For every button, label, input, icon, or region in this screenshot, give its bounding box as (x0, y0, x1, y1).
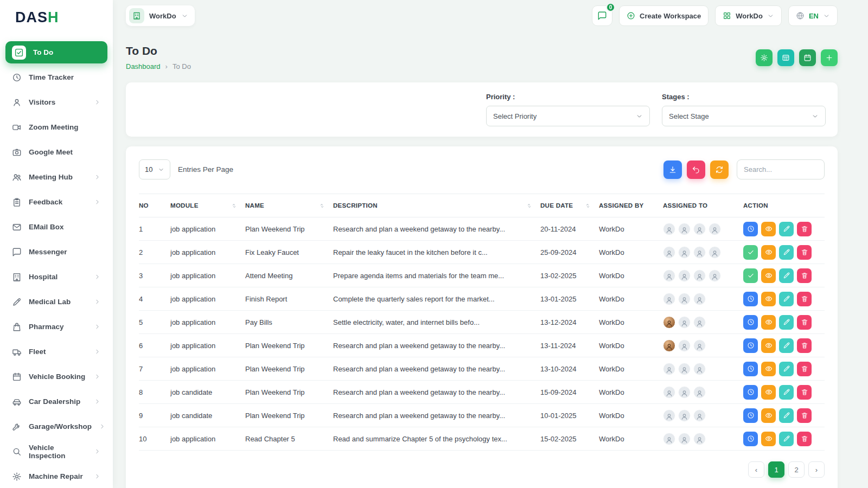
sidebar-item-medical-lab[interactable]: Medical Lab (5, 291, 107, 313)
edit-button[interactable] (779, 432, 794, 446)
row-actions (743, 292, 825, 306)
view-button[interactable] (761, 245, 776, 260)
delete-button[interactable] (797, 245, 812, 260)
edit-button[interactable] (779, 268, 794, 283)
timer-button[interactable] (743, 362, 758, 376)
view-button[interactable] (761, 338, 776, 353)
settings-button[interactable] (756, 49, 773, 66)
pagination-prev-button[interactable]: ‹ (748, 461, 764, 478)
sidebar-item-pharmacy[interactable]: Pharmacy (5, 316, 107, 338)
reset-button[interactable] (687, 160, 705, 179)
complete-button[interactable] (743, 268, 758, 283)
sidebar-item-zoom-meeting[interactable]: Zoom Meeting (5, 116, 107, 138)
calendar-view-button[interactable] (799, 49, 816, 66)
view-button[interactable] (761, 292, 776, 306)
grid-view-button[interactable] (777, 49, 794, 66)
delete-button[interactable] (797, 362, 812, 376)
sidebar-item-machine-repair[interactable]: Machine Repair (5, 465, 107, 487)
column-header-module[interactable]: MODULE (170, 202, 245, 209)
delete-button[interactable] (797, 222, 812, 236)
wrench-icon (12, 422, 22, 432)
timer-button[interactable] (743, 292, 758, 306)
timer-button[interactable] (743, 408, 758, 423)
chevron-right-icon (94, 298, 101, 305)
view-button[interactable] (761, 432, 776, 446)
sidebar-item-vehicle-inspection[interactable]: Vehicle Inspection (5, 440, 107, 463)
add-todo-button[interactable] (821, 49, 838, 66)
sidebar-item-garage-workshop[interactable]: Garage/Workshop (5, 415, 107, 438)
view-button[interactable] (761, 408, 776, 423)
edit-button[interactable] (779, 408, 794, 423)
sort-icon[interactable] (526, 202, 533, 209)
workspace-switcher[interactable]: WorkDo (126, 5, 195, 26)
sort-icon[interactable] (318, 202, 326, 209)
refresh-button[interactable] (710, 160, 729, 179)
view-button[interactable] (761, 362, 776, 376)
sidebar-item-label: Meeting Hub (29, 173, 73, 181)
clock-icon (747, 295, 755, 303)
view-button[interactable] (761, 385, 776, 400)
row-actions (743, 385, 825, 400)
sidebar-item-meeting-hub[interactable]: Meeting Hub (5, 166, 107, 188)
app-logo[interactable]: DASH (0, 0, 113, 35)
messages-button[interactable]: 0 (592, 5, 612, 26)
chevron-right-icon (94, 273, 101, 280)
edit-button[interactable] (779, 385, 794, 400)
search-input[interactable] (737, 159, 825, 179)
edit-button[interactable] (779, 245, 794, 260)
trash-icon (801, 435, 808, 442)
delete-button[interactable] (797, 338, 812, 353)
avatar (663, 246, 675, 259)
sidebar-item-car-dealership[interactable]: Car Dealership (5, 390, 107, 413)
delete-button[interactable] (797, 315, 812, 330)
delete-button[interactable] (797, 292, 812, 306)
column-header-name[interactable]: NAME (245, 202, 333, 209)
row-actions (743, 268, 825, 283)
breadcrumb-current: To Do (173, 62, 191, 70)
view-button[interactable] (761, 222, 776, 236)
timer-button[interactable] (743, 338, 758, 353)
entries-per-page-select[interactable]: 10 (139, 159, 170, 179)
breadcrumb-dashboard-link[interactable]: Dashboard (126, 62, 161, 70)
language-dropdown[interactable]: EN (788, 5, 838, 26)
pagination-next-button[interactable]: › (808, 461, 825, 478)
edit-button[interactable] (779, 362, 794, 376)
column-header-due-date[interactable]: DUE DATE (540, 202, 599, 209)
timer-button[interactable] (743, 432, 758, 446)
sidebar-item-google-meet[interactable]: Google Meet (5, 141, 107, 163)
chevron-down-icon (767, 12, 774, 20)
sort-icon[interactable] (584, 202, 591, 209)
pagination-page-button[interactable]: 1 (768, 461, 784, 478)
sidebar-item-feedback[interactable]: Feedback (5, 191, 107, 213)
sidebar-item-vehicle-booking[interactable]: Vehicle Booking (5, 365, 107, 388)
delete-button[interactable] (797, 385, 812, 400)
sidebar-item-to-do[interactable]: To Do (5, 41, 107, 63)
view-button[interactable] (761, 268, 776, 283)
export-button[interactable] (663, 160, 682, 179)
workspace-dropdown[interactable]: WorkDo (715, 5, 782, 26)
sidebar-item-time-tracker[interactable]: Time Tracker (5, 66, 107, 88)
pagination-page-button[interactable]: 2 (788, 461, 805, 478)
complete-button[interactable] (743, 245, 758, 260)
timer-button[interactable] (743, 385, 758, 400)
sidebar-item-email-box[interactable]: EMail Box (5, 216, 107, 238)
sidebar-item-hospital[interactable]: Hospital (5, 266, 107, 288)
edit-button[interactable] (779, 315, 794, 330)
view-button[interactable] (761, 315, 776, 330)
sidebar-item-fleet[interactable]: Fleet (5, 341, 107, 363)
edit-button[interactable] (779, 338, 794, 353)
delete-button[interactable] (797, 268, 812, 283)
column-header-description[interactable]: DESCRIPTION (333, 202, 540, 209)
sidebar-item-visitors[interactable]: Visitors (5, 91, 107, 113)
delete-button[interactable] (797, 432, 812, 446)
timer-button[interactable] (743, 315, 758, 330)
stage-select[interactable]: Select Stage (662, 106, 826, 126)
edit-button[interactable] (779, 292, 794, 306)
priority-select[interactable]: Select Priority (486, 106, 650, 126)
edit-button[interactable] (779, 222, 794, 236)
sort-icon[interactable] (231, 202, 238, 209)
sidebar-item-messenger[interactable]: Messenger (5, 241, 107, 263)
create-workspace-button[interactable]: Create Workspace (619, 5, 709, 26)
delete-button[interactable] (797, 408, 812, 423)
timer-button[interactable] (743, 222, 758, 236)
